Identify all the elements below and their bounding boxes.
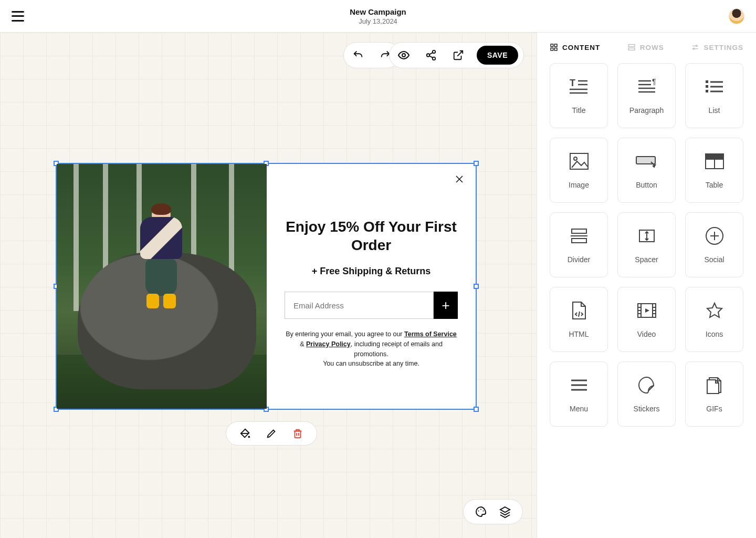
gifs-icon [703, 375, 726, 395]
trash-icon [292, 428, 303, 439]
page-title-block: New Campaign July 13,2024 [350, 7, 406, 25]
svg-point-23 [574, 157, 577, 160]
fill-button[interactable] [239, 427, 251, 440]
svg-point-15 [696, 45, 698, 47]
pencil-icon [266, 428, 277, 439]
svg-rect-28 [572, 239, 586, 243]
svg-rect-27 [572, 229, 586, 233]
svg-rect-26 [706, 154, 723, 159]
undo-icon [352, 49, 364, 61]
tile-gifs[interactable]: GIFs [685, 361, 743, 427]
svg-rect-21 [706, 90, 708, 92]
tile-title[interactable]: T Title [550, 63, 608, 128]
preview-button[interactable] [395, 46, 413, 64]
tile-html[interactable]: HTML [550, 287, 608, 352]
html-icon [568, 301, 591, 320]
theme-button[interactable] [474, 505, 488, 519]
submit-email-button[interactable]: + [434, 292, 458, 319]
external-link-icon [453, 49, 464, 61]
svg-rect-11 [551, 48, 553, 50]
tile-button[interactable]: Button [617, 138, 676, 203]
svg-text:¶: ¶ [652, 78, 656, 86]
privacy-link[interactable]: Privacy Policy [306, 340, 351, 348]
svg-point-2 [427, 54, 430, 57]
tab-rows[interactable]: ROWS [627, 43, 664, 51]
table-icon [703, 151, 726, 171]
grid-icon [550, 43, 558, 51]
element-action-toolbar [226, 421, 317, 446]
tile-menu[interactable]: Menu [550, 361, 608, 427]
layers-icon [499, 505, 511, 518]
rows-icon [627, 43, 636, 51]
svg-point-8 [483, 511, 484, 512]
selected-element[interactable]: Enjoy 15% Off Your First Order + Free Sh… [56, 163, 477, 410]
svg-rect-9 [551, 44, 553, 47]
social-icon [703, 226, 726, 246]
promo-fineprint: By entering your email, you agree to our… [285, 329, 458, 369]
undo-button[interactable] [349, 46, 367, 64]
svg-rect-14 [628, 48, 635, 50]
tile-divider[interactable]: Divider [550, 212, 608, 277]
share-icon [425, 49, 437, 61]
paint-bucket-icon [239, 428, 251, 439]
spacer-icon [635, 226, 658, 246]
svg-point-0 [402, 54, 405, 57]
menu-icon[interactable] [12, 11, 24, 22]
svg-rect-20 [706, 85, 708, 88]
tile-stickers[interactable]: Stickers [617, 361, 676, 427]
tile-list[interactable]: List [685, 63, 743, 128]
page-title: New Campaign [350, 7, 406, 16]
tile-video[interactable]: Video [617, 287, 676, 352]
image-icon [568, 151, 591, 171]
list-icon [703, 77, 726, 97]
terms-link[interactable]: Terms of Service [404, 330, 457, 338]
avatar[interactable] [729, 8, 744, 24]
svg-rect-19 [706, 80, 708, 83]
canvas-tools [463, 499, 523, 524]
design-canvas[interactable]: SAVE [0, 33, 537, 538]
svg-rect-13 [628, 45, 635, 47]
action-toolbar: SAVE [389, 42, 524, 68]
layers-button[interactable] [498, 505, 512, 519]
tile-spacer[interactable]: Spacer [617, 212, 676, 277]
svg-point-3 [433, 57, 436, 60]
button-icon [635, 151, 658, 171]
tab-content[interactable]: CONTENT [550, 43, 600, 51]
svg-text:T: T [570, 78, 575, 88]
promo-content: Enjoy 15% Off Your First Order + Free Sh… [267, 164, 476, 409]
tile-paragraph[interactable]: ¶ Paragraph [617, 63, 676, 128]
email-capture-row: + [285, 292, 458, 319]
sticker-icon [635, 375, 658, 395]
svg-point-4 [248, 436, 250, 438]
save-button[interactable]: SAVE [477, 46, 518, 65]
tile-table[interactable]: Table [685, 138, 743, 203]
promo-subheading: + Free Shipping & Returns [285, 266, 458, 277]
plus-icon: + [442, 297, 449, 314]
top-bar: New Campaign July 13,2024 [0, 0, 756, 33]
edit-button[interactable] [265, 427, 278, 440]
promo-heading: Enjoy 15% Off Your First Order [285, 218, 458, 254]
close-button[interactable] [455, 173, 464, 187]
menu-lines-icon [568, 375, 591, 395]
sliders-icon [691, 43, 699, 51]
email-input[interactable] [285, 292, 434, 319]
close-icon [455, 174, 464, 184]
tile-social[interactable]: Social [685, 212, 743, 277]
tile-image[interactable]: Image [550, 138, 608, 203]
svg-point-7 [480, 509, 481, 510]
eye-icon [397, 49, 410, 61]
delete-button[interactable] [291, 427, 304, 440]
tile-icons[interactable]: Icons [685, 287, 743, 352]
palette-icon [475, 505, 487, 518]
open-external-button[interactable] [449, 46, 467, 64]
divider-icon [568, 226, 591, 246]
sidebar: CONTENT ROWS SETTINGS T Title ¶ [537, 33, 756, 538]
tab-settings[interactable]: SETTINGS [691, 43, 743, 51]
share-button[interactable] [422, 46, 440, 64]
svg-point-1 [433, 50, 436, 54]
title-icon: T [568, 77, 591, 97]
sidebar-tabs: CONTENT ROWS SETTINGS [550, 43, 743, 51]
svg-rect-10 [554, 44, 557, 47]
page-date: July 13,2024 [350, 17, 406, 25]
promo-image [57, 164, 267, 409]
